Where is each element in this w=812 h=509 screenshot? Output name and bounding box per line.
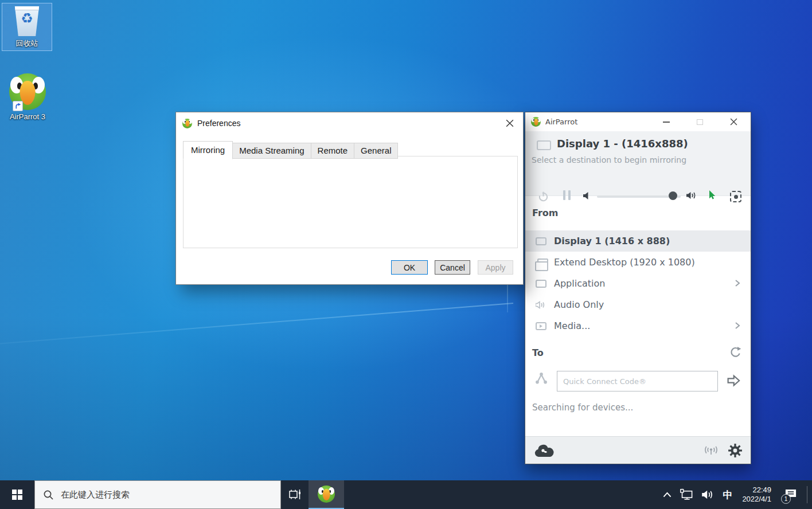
mute-speaker-icon[interactable] bbox=[583, 191, 591, 202]
extend-desktop-icon bbox=[536, 259, 554, 266]
refresh-icon[interactable] bbox=[729, 346, 741, 361]
search-icon bbox=[43, 490, 54, 500]
current-source-heading: Display 1 - (812x509) bbox=[557, 138, 688, 150]
preferences-tabs: Mirroring Media Streaming Remote General bbox=[183, 141, 398, 159]
close-button[interactable] bbox=[717, 112, 751, 131]
preferences-titlebar[interactable]: Preferences bbox=[176, 112, 523, 134]
quick-connect-input[interactable] bbox=[557, 371, 718, 391]
airparrot-window: AirParrot Display 1 - (812x509) Select … bbox=[525, 112, 751, 464]
to-section-label: To bbox=[532, 347, 544, 358]
chevron-right-icon bbox=[732, 278, 743, 291]
source-item-label: Media... bbox=[554, 320, 590, 331]
screen-region-icon[interactable] bbox=[730, 191, 741, 202]
task-view-icon bbox=[288, 488, 302, 501]
display-icon bbox=[537, 140, 551, 150]
connect-arrow-icon[interactable] bbox=[726, 373, 741, 390]
recycle-bin-label: 回收站 bbox=[2, 38, 52, 49]
ok-button[interactable]: OK bbox=[391, 260, 428, 275]
audio-icon bbox=[536, 300, 554, 310]
recycle-bin-icon: ♻ bbox=[14, 6, 40, 36]
desktop-icon-recycle-bin[interactable]: ♻ 回收站 bbox=[2, 3, 52, 51]
search-placeholder: 在此键入进行搜索 bbox=[61, 490, 130, 500]
windows-logo-icon bbox=[12, 490, 22, 500]
ime-indicator[interactable]: 中 bbox=[723, 488, 732, 502]
tab-media-streaming[interactable]: Media Streaming bbox=[233, 143, 311, 159]
recycle-bin-rim bbox=[15, 6, 39, 10]
mirroring-hint-text: Select a destination to begin mirroring bbox=[532, 155, 686, 165]
airparrot-app-icon bbox=[182, 119, 192, 128]
close-icon[interactable] bbox=[497, 112, 523, 134]
mouse-cursor-icon[interactable] bbox=[707, 190, 717, 202]
chevron-right-icon bbox=[732, 320, 743, 333]
pause-icon[interactable] bbox=[563, 190, 571, 200]
source-item-label: Application bbox=[554, 278, 605, 289]
recycle-symbol: ♻ bbox=[14, 11, 40, 25]
desktop-icon-airparrot[interactable]: AirParrot 3 bbox=[3, 73, 52, 121]
taskbar: 在此键入进行搜索 bbox=[0, 480, 812, 509]
apply-button[interactable]: Apply bbox=[478, 260, 513, 275]
notification-badge: 1 bbox=[781, 494, 791, 504]
volume-speaker-icon[interactable] bbox=[686, 191, 698, 202]
airparrot-app-icon bbox=[531, 117, 541, 127]
tab-remote[interactable]: Remote bbox=[311, 143, 355, 159]
task-view-button[interactable] bbox=[281, 480, 309, 509]
show-desktop-divider[interactable] bbox=[807, 486, 807, 503]
device-search-status: Searching for devices... bbox=[532, 402, 633, 413]
volume-icon[interactable] bbox=[701, 489, 715, 500]
clock-date: 2022/4/1 bbox=[742, 495, 771, 504]
source-item-media[interactable]: Media... bbox=[525, 315, 751, 336]
airparrot-source-header: Display 1 - (812x509) Select a destinat… bbox=[525, 131, 751, 196]
network-icon[interactable] bbox=[680, 488, 694, 501]
tab-content-frame bbox=[183, 156, 518, 248]
screen: ♻ 回收站 AirParrot 3 AirParrot bbox=[0, 0, 812, 509]
notification-center-button[interactable]: 1 bbox=[783, 487, 798, 502]
preferences-dialog: Preferences Mirroring Media Streaming Re… bbox=[175, 112, 524, 285]
maximize-button[interactable] bbox=[683, 112, 717, 131]
airparrot-window-title: AirParrot bbox=[545, 118, 577, 126]
source-item-application[interactable]: Application bbox=[525, 273, 751, 294]
taskbar-empty-area bbox=[344, 480, 662, 509]
taskbar-airparrot-button[interactable] bbox=[309, 480, 344, 509]
settings-gear-icon[interactable] bbox=[728, 443, 743, 460]
tab-general[interactable]: General bbox=[354, 143, 398, 159]
airparrot-statusbar bbox=[525, 436, 751, 464]
airparrot-shortcut-label: AirParrot 3 bbox=[3, 112, 52, 121]
volume-slider-knob[interactable] bbox=[669, 191, 677, 200]
from-source-list: Display 1 (812 x 509) Extend Desktop (1… bbox=[525, 230, 751, 336]
minimize-button[interactable] bbox=[649, 112, 683, 131]
application-icon bbox=[536, 280, 554, 288]
quick-connect-nodes-icon bbox=[534, 371, 548, 387]
source-item-label: Display 1 (812 x 509) bbox=[554, 236, 670, 246]
start-button[interactable] bbox=[0, 480, 34, 509]
tab-mirroring[interactable]: Mirroring bbox=[183, 141, 233, 159]
source-item-extend-desktop[interactable]: Extend Desktop (1920 x 1080) bbox=[525, 252, 751, 273]
source-item-audio-only[interactable]: Audio Only bbox=[525, 294, 751, 315]
source-item-label: Extend Desktop (1920 x 1080) bbox=[554, 257, 695, 268]
taskbar-search-box[interactable]: 在此键入进行搜索 bbox=[34, 480, 281, 509]
shortcut-arrow-icon bbox=[13, 101, 23, 111]
broadcast-icon bbox=[704, 444, 719, 459]
clock-time: 22:49 bbox=[742, 485, 771, 495]
tray-chevron-up-icon[interactable] bbox=[662, 491, 672, 499]
taskbar-clock[interactable]: 22:49 2022/4/1 bbox=[742, 485, 771, 504]
source-item-display1[interactable]: Display 1 (812 x 509) bbox=[525, 230, 751, 252]
system-tray: 中 22:49 2022/4/1 1 bbox=[662, 480, 812, 509]
cloud-icon[interactable] bbox=[533, 443, 555, 460]
dialog-title: Preferences bbox=[197, 119, 240, 128]
display-icon bbox=[536, 237, 554, 245]
airparrot-titlebar[interactable]: AirParrot bbox=[525, 112, 751, 131]
cancel-button[interactable]: Cancel bbox=[435, 260, 470, 275]
source-item-label: Audio Only bbox=[554, 299, 604, 310]
media-icon bbox=[536, 322, 554, 330]
airparrot-taskbar-icon bbox=[318, 485, 335, 503]
power-icon[interactable] bbox=[538, 191, 549, 204]
from-section-label: From bbox=[532, 207, 558, 218]
